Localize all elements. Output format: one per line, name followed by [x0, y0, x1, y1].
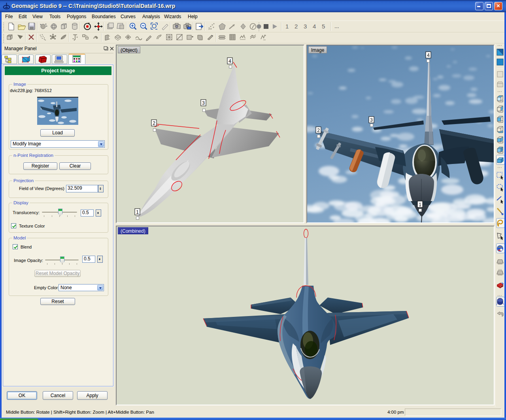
svg-text:3: 3 [304, 23, 307, 30]
svg-text:2: 2 [317, 128, 320, 133]
svg-text:2: 2 [153, 121, 155, 126]
svg-text:2: 2 [295, 23, 298, 30]
svg-text:1: 1 [285, 23, 289, 30]
svg-text:...: ... [334, 23, 339, 29]
svg-text:3: 3 [370, 117, 373, 123]
svg-text:3: 3 [202, 100, 205, 106]
svg-text:4: 4 [228, 58, 231, 64]
svg-text:4: 4 [313, 23, 316, 30]
svg-text:1: 1 [419, 202, 421, 207]
svg-text:4: 4 [427, 53, 430, 58]
svg-text:5: 5 [322, 23, 325, 30]
svg-text:1: 1 [136, 209, 139, 215]
